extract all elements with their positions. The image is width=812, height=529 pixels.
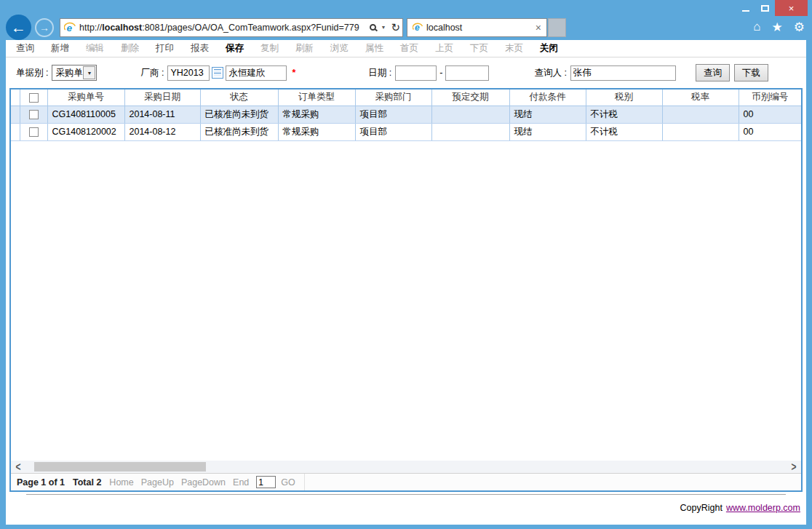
- doc-type-label: 单据别 :: [16, 67, 48, 79]
- menu-item-edit: 编辑: [86, 42, 104, 55]
- address-bar-tools: ▼ ↻: [365, 21, 400, 34]
- minimize-icon: [742, 10, 749, 12]
- operator-label: 查询人 :: [534, 67, 566, 79]
- page-info: Page 1 of 1: [17, 477, 65, 488]
- settings-icon[interactable]: ⚙: [794, 20, 805, 35]
- molderp-link[interactable]: www.molderp.com: [726, 503, 800, 513]
- maximize-button[interactable]: [755, 0, 775, 16]
- svg-text:e: e: [66, 23, 72, 33]
- horizontal-scrollbar[interactable]: < >: [11, 461, 801, 473]
- scroll-left-icon[interactable]: <: [11, 460, 25, 474]
- date-label: 日期 :: [368, 67, 391, 79]
- grid-row-2[interactable]: CG1408120002 2014-08-12 已核准尚未到货 常规采购 项目部…: [11, 123, 801, 140]
- menu-item-lastpage: 末页: [505, 42, 523, 55]
- column-header-due-date[interactable]: 预定交期: [431, 90, 509, 106]
- tab-title: localhost: [426, 23, 536, 33]
- cell-due-date: [431, 106, 509, 123]
- row-indicator-header: [11, 90, 20, 106]
- doc-type-select[interactable]: 采购单 ▼: [52, 65, 97, 81]
- row-checkbox[interactable]: [29, 127, 39, 137]
- pagination-pagedown[interactable]: PageDown: [181, 477, 226, 488]
- favorites-icon[interactable]: ★: [772, 20, 783, 35]
- pagination-go[interactable]: GO: [281, 477, 295, 488]
- cell-po-number: CG1408120002: [47, 123, 124, 140]
- menu-item-add[interactable]: 新增: [51, 42, 69, 55]
- cell-currency: 00: [739, 123, 801, 140]
- menu-item-firstpage: 首页: [400, 42, 418, 55]
- forward-button[interactable]: →: [35, 18, 54, 37]
- tab-close-icon[interactable]: ×: [536, 22, 541, 33]
- home-icon[interactable]: ⌂: [753, 20, 760, 35]
- grid-empty-area: [11, 141, 801, 461]
- page-number-input[interactable]: [256, 476, 276, 488]
- row-checkbox-cell: [20, 123, 47, 140]
- cell-po-date: 2014-08-11: [124, 106, 200, 123]
- ie-icon: e: [64, 21, 76, 33]
- scrollbar-track[interactable]: [25, 461, 787, 473]
- url-text[interactable]: http://localhost:8081/pages/OA/OA_ComTea…: [79, 23, 365, 33]
- select-all-cell: [20, 90, 47, 106]
- row-checkbox[interactable]: [29, 110, 39, 119]
- menu-item-browse: 浏览: [330, 42, 349, 55]
- scrollbar-thumb[interactable]: [34, 462, 206, 472]
- menu-item-print[interactable]: 打印: [156, 42, 174, 55]
- vendor-lookup-icon[interactable]: [212, 67, 223, 79]
- column-header-department[interactable]: 采购部门: [355, 90, 431, 106]
- browser-action-icons: ⌂ ★ ⚙: [753, 20, 805, 35]
- back-button[interactable]: ←: [6, 15, 31, 40]
- vendor-name-input[interactable]: [226, 65, 287, 81]
- date-to-input[interactable]: [445, 65, 489, 81]
- cell-currency: 00: [739, 106, 801, 123]
- menu-item-refresh: 刷新: [295, 42, 314, 55]
- search-button[interactable]: 查询: [696, 64, 730, 81]
- copyright-text: CopyRight: [680, 503, 723, 513]
- column-header-tax-rate[interactable]: 税率: [662, 90, 739, 106]
- column-header-payment-term[interactable]: 付款条件: [509, 90, 586, 106]
- svg-text:e: e: [415, 23, 420, 33]
- date-separator: -: [439, 68, 442, 78]
- window-controls: ×: [736, 0, 808, 16]
- page-content: 查询 新增 编辑 删除 打印 报表 保存 复制 刷新 浏览 属性 首页 上页 下…: [6, 40, 806, 525]
- menu-item-prevpage: 上页: [435, 42, 453, 55]
- cell-tax-rate: [662, 106, 739, 123]
- cell-department: 项目部: [355, 123, 431, 140]
- new-tab-button[interactable]: [548, 18, 566, 37]
- refresh-icon[interactable]: ↻: [391, 21, 400, 34]
- pagination-home[interactable]: Home: [109, 477, 133, 488]
- download-button[interactable]: 下载: [734, 64, 768, 81]
- cell-payment-term: 现结: [509, 106, 586, 123]
- copyright: CopyRightwww.molderp.com: [680, 503, 801, 513]
- vendor-code-input[interactable]: [167, 65, 210, 81]
- browser-tab[interactable]: e localhost ×: [407, 18, 547, 37]
- column-header-po-number[interactable]: 采购单号: [47, 90, 124, 106]
- column-header-po-date[interactable]: 采购日期: [124, 90, 200, 106]
- select-all-checkbox[interactable]: [29, 93, 39, 103]
- close-button[interactable]: ×: [775, 0, 808, 16]
- column-header-tax-type[interactable]: 税别: [586, 90, 662, 106]
- column-header-status[interactable]: 状态: [200, 90, 278, 106]
- pagination-end[interactable]: End: [233, 477, 249, 488]
- menu-item-close[interactable]: 关闭: [540, 42, 558, 55]
- pagination-divider: [304, 474, 305, 490]
- address-bar[interactable]: e http://localhost:8081/pages/OA/OA_ComT…: [60, 18, 403, 37]
- menu-item-report[interactable]: 报表: [191, 42, 209, 55]
- minimize-button[interactable]: [736, 0, 755, 16]
- grid-row-1[interactable]: CG1408110005 2014-08-11 已核准尚未到货 常规采购 项目部…: [11, 106, 801, 123]
- scroll-right-icon[interactable]: >: [787, 460, 801, 474]
- column-header-currency[interactable]: 币别编号: [739, 90, 801, 106]
- menu-item-query[interactable]: 查询: [16, 42, 34, 55]
- pagination-pageup[interactable]: PageUp: [141, 477, 174, 488]
- row-checkbox-cell: [20, 106, 47, 123]
- cell-status: 已核准尚未到货: [200, 123, 278, 140]
- cell-tax-type: 不计税: [586, 123, 662, 140]
- menu-item-save[interactable]: 保存: [226, 42, 244, 55]
- dropdown-caret-icon[interactable]: ▼: [381, 25, 386, 30]
- pagination-bar: Page 1 of 1 Total 2 Home PageUp PageDown…: [11, 473, 801, 490]
- column-header-order-type[interactable]: 订单类型: [278, 90, 355, 106]
- cell-payment-term: 现结: [509, 123, 586, 140]
- date-from-input[interactable]: [395, 65, 437, 81]
- operator-input[interactable]: [570, 65, 676, 81]
- search-icon[interactable]: [370, 24, 376, 31]
- data-grid-panel: 采购单号 采购日期 状态 订单类型 采购部门 预定交期 付款条件 税别 税率 币…: [9, 88, 803, 492]
- footer-divider: [26, 494, 786, 495]
